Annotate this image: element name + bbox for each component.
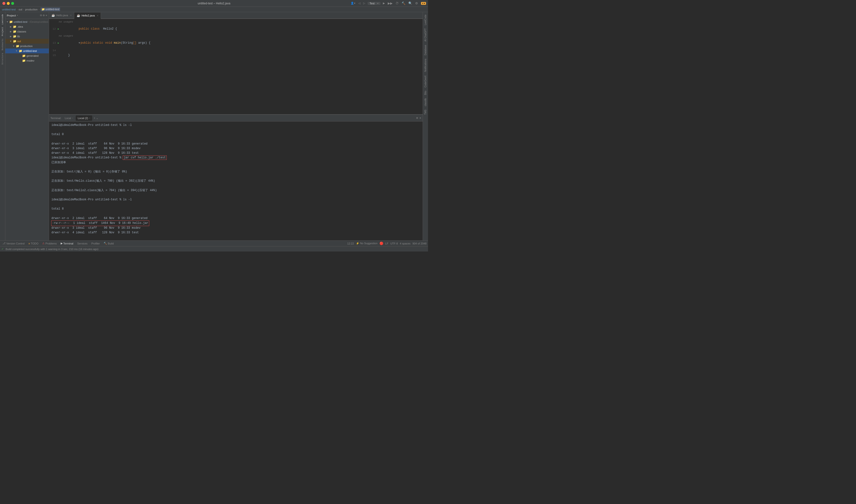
tree-item-root[interactable]: ▼ 📁 untitled-test ~/Desktop/untitled-tes… bbox=[5, 19, 49, 24]
tree-item-out[interactable]: ▼ 📁 out bbox=[5, 39, 49, 44]
code-editor[interactable]: no usages 12 ▶ public class Hello2 { no … bbox=[49, 19, 423, 114]
tree-item-lib[interactable]: ▶ 📁 lib bbox=[5, 34, 49, 39]
terminal-tab-local[interactable]: Local × bbox=[63, 115, 75, 121]
run-indicator-12[interactable]: ▶ bbox=[58, 28, 61, 30]
term-line-ls2: ideal@idealdeMacBook-Pro untitled-test %… bbox=[51, 197, 420, 202]
terminal-tab-local-close[interactable]: × bbox=[72, 117, 73, 119]
left-activity-bar: Leetcode Project Bookmarks Structure bbox=[0, 12, 5, 240]
term-line-adding1: 正在添加: test/(输入 = 0) (输出 = 0)(存储了 0%) bbox=[51, 169, 420, 174]
status-encoding[interactable]: UTF-8 bbox=[390, 242, 398, 245]
breadcrumb-item-3[interactable]: production bbox=[25, 8, 38, 11]
show-options-icon[interactable]: ⚙ bbox=[43, 14, 44, 17]
tree-item-classes[interactable]: ▶ 📁 classes bbox=[5, 29, 49, 34]
terminal-settings-icon[interactable]: ⚙ bbox=[416, 116, 418, 120]
problems-icon: ⚠ bbox=[42, 242, 44, 245]
tab-hello2-java[interactable]: ☕ Hello2.java × bbox=[74, 13, 101, 19]
minimize-button[interactable] bbox=[7, 2, 10, 5]
terminal-content[interactable]: ideal@idealdeMacBook-Pro untitled-test %… bbox=[49, 122, 423, 240]
code-content-13: ▼public static void main(String[] args) … bbox=[61, 38, 423, 48]
term-line-blank-6 bbox=[51, 193, 420, 197]
status-indent[interactable]: 4 spaces bbox=[400, 242, 411, 245]
folder-icon-untitled-test: 📁 bbox=[19, 49, 22, 53]
tree-item-generated[interactable]: 📁 generated bbox=[5, 53, 49, 58]
person-icon[interactable]: 👤▾ bbox=[350, 2, 356, 5]
todo-icon: ≡ bbox=[29, 242, 30, 245]
status-profiler[interactable]: Profiler bbox=[90, 242, 101, 245]
breadcrumb-item-1[interactable]: untitled-test bbox=[2, 8, 16, 11]
maximize-button[interactable] bbox=[11, 2, 14, 5]
run-button[interactable]: ▶ bbox=[382, 2, 386, 5]
status-terminal[interactable]: ▶ Terminal bbox=[60, 242, 74, 245]
tree-label-msdev: msdev bbox=[26, 59, 34, 62]
terminal-status-label: Terminal bbox=[63, 242, 73, 245]
search-icon[interactable]: 🔍 bbox=[407, 1, 413, 5]
tree-item-untitled-test[interactable]: ▼ 📁 untitled-test bbox=[5, 49, 49, 53]
panel-dropdown-arrow[interactable]: ▾ bbox=[17, 14, 18, 17]
terminal-tab-local2[interactable]: Local (2) × bbox=[76, 115, 92, 121]
sidebar-item-bito[interactable]: Bito bbox=[423, 89, 428, 96]
collapse-all-icon[interactable]: ⊟ bbox=[40, 14, 42, 17]
folder-icon-production: 📁 bbox=[16, 44, 19, 48]
breadcrumb-sep-3: › bbox=[39, 8, 39, 11]
tree-arrow-untitled-test: ▼ bbox=[15, 50, 18, 52]
structure-icon[interactable]: Structure bbox=[0, 52, 5, 66]
tree-arrow-root: ▼ bbox=[6, 21, 8, 23]
window-controls bbox=[0, 2, 14, 5]
tab-hello-java[interactable]: ☕ Hello.java × bbox=[49, 12, 74, 18]
breadcrumb-item-4[interactable]: 📁 untitled-test bbox=[40, 7, 60, 11]
terminal-tab-local2-close[interactable]: × bbox=[89, 117, 90, 119]
close-panel-icon[interactable]: ✕ bbox=[46, 14, 47, 17]
folder-icon-msdev: 📁 bbox=[22, 59, 26, 62]
status-todo[interactable]: ≡ TODO bbox=[28, 242, 39, 245]
sidebar-item-leetcode[interactable]: LeetCode bbox=[423, 13, 428, 26]
sidebar-item-database[interactable]: Database bbox=[423, 43, 428, 57]
breadcrumb-item-2[interactable]: out bbox=[19, 8, 22, 11]
tree-label-production: production bbox=[20, 44, 33, 48]
line-number-12: 12 bbox=[49, 28, 58, 30]
project-icon[interactable]: Project bbox=[0, 26, 5, 37]
term-line-blank-8 bbox=[51, 212, 420, 216]
term-line-blank-2 bbox=[51, 137, 420, 142]
tree-label-root: untitled-test bbox=[14, 20, 28, 23]
terminal-add-tab[interactable]: ＋ bbox=[93, 116, 96, 120]
tab-close-hello2[interactable]: × bbox=[97, 14, 99, 17]
editor-area: ☕ Hello.java × ☕ Hello2.java × no usages… bbox=[49, 12, 423, 240]
sidebar-item-codegeeX[interactable]: CodeGeeX bbox=[423, 74, 428, 89]
folder-icon-lib: 📁 bbox=[13, 35, 17, 38]
terminal-tab-chevron[interactable]: ⌄ bbox=[96, 116, 98, 120]
breadcrumb: untitled-test › out › production › 📁 unt… bbox=[0, 7, 428, 12]
terminal-close-icon[interactable]: ✕ bbox=[420, 116, 421, 120]
bookmark-icon[interactable]: Bookmarks bbox=[0, 38, 5, 51]
tree-item-production[interactable]: ▼ 📁 production bbox=[5, 44, 49, 49]
sidebar-toggle-icon[interactable]: Leetcode bbox=[0, 13, 5, 25]
build-status-icon-check: ✓ bbox=[1, 247, 4, 251]
run-indicator-13[interactable]: ▶ bbox=[58, 42, 61, 44]
sidebar-item-notifications[interactable]: Notifications bbox=[423, 57, 428, 73]
sidebar-item-tms[interactable]: TMS bbox=[423, 108, 428, 116]
build-icon[interactable]: 🔨 bbox=[400, 1, 406, 5]
toolbar: 👤▾ ◁ ▷ Test ▾ ▶ ▶▶ ⏱ 🔨 🔍 ⚙ 4 ▾ bbox=[350, 1, 428, 5]
coverage-icon[interactable]: ▶▶ bbox=[387, 1, 394, 5]
tree-item-msdev[interactable]: 📁 msdev bbox=[5, 58, 49, 63]
sidebar-item-chatgpt[interactable]: AI ChatGPT bbox=[423, 27, 428, 43]
code-line-14: 14 bbox=[49, 48, 423, 53]
status-line-ending[interactable]: LF bbox=[385, 242, 389, 245]
status-services[interactable]: Services bbox=[76, 242, 88, 245]
status-version-control[interactable]: ⎇ Version Control bbox=[1, 242, 25, 245]
term-line-total8: total 8 bbox=[51, 206, 420, 211]
profile-icon[interactable]: ⏱ bbox=[394, 1, 399, 5]
close-button[interactable] bbox=[2, 2, 5, 5]
tree-item-idea[interactable]: ▶ 📁 .idea bbox=[5, 24, 49, 29]
run-config[interactable]: Test ▾ bbox=[368, 2, 380, 5]
term-line-1: ideal@idealdeMacBook-Pro untitled-test %… bbox=[51, 123, 420, 128]
sidebar-item-classlib[interactable]: classlib bbox=[423, 97, 428, 108]
tab-close-hello[interactable]: × bbox=[70, 14, 72, 17]
status-problems[interactable]: ⚠ Problems bbox=[41, 242, 57, 245]
status-build[interactable]: 🔨 Build bbox=[103, 242, 114, 245]
forward-icon[interactable]: ▷ bbox=[362, 2, 366, 5]
problems-label: Problems bbox=[46, 242, 56, 245]
tree-arrow-lib: ▶ bbox=[9, 35, 12, 38]
code-content-15: } bbox=[61, 54, 423, 57]
back-icon[interactable]: ◁ bbox=[357, 2, 361, 5]
settings-icon[interactable]: ⚙ bbox=[414, 1, 419, 5]
